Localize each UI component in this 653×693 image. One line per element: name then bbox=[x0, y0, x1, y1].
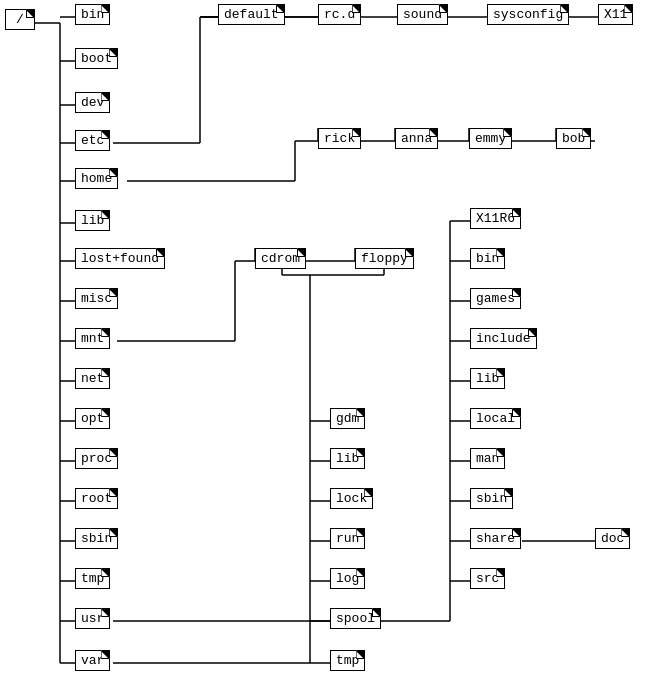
etc-label: etc bbox=[75, 130, 110, 151]
dev-label: dev bbox=[75, 92, 110, 113]
gdm-node[interactable]: gdm bbox=[330, 408, 365, 429]
emmy-node[interactable]: emmy bbox=[469, 128, 512, 149]
share-label: share bbox=[470, 528, 521, 549]
tree-container: / bin boot dev etc home lib lost+found m… bbox=[0, 0, 653, 693]
usr-lib-label: lib bbox=[470, 368, 505, 389]
usr-label: usr bbox=[75, 608, 110, 629]
lib-node[interactable]: lib bbox=[75, 210, 110, 231]
doc-node[interactable]: doc bbox=[595, 528, 630, 549]
sysconfig-node[interactable]: sysconfig bbox=[487, 4, 569, 25]
emmy-label: emmy bbox=[469, 128, 512, 149]
games-node[interactable]: games bbox=[470, 288, 521, 309]
man-node[interactable]: man bbox=[470, 448, 505, 469]
home-node[interactable]: home bbox=[75, 168, 118, 189]
games-label: games bbox=[470, 288, 521, 309]
default-node[interactable]: default bbox=[218, 4, 285, 25]
lost-found-label: lost+found bbox=[75, 248, 165, 269]
opt-label: opt bbox=[75, 408, 110, 429]
var-tmp-label: tmp bbox=[330, 650, 365, 671]
root-dir-node[interactable]: root bbox=[75, 488, 118, 509]
bin-top-label: bin bbox=[75, 4, 110, 25]
log-node[interactable]: log bbox=[330, 568, 365, 589]
anna-label: anna bbox=[395, 128, 438, 149]
spool-label: spool bbox=[330, 608, 381, 629]
floppy-node[interactable]: floppy bbox=[355, 248, 414, 269]
var-lib-label: lib bbox=[330, 448, 365, 469]
include-label: include bbox=[470, 328, 537, 349]
root-label: / bbox=[5, 9, 35, 30]
sbin-top-label: sbin bbox=[75, 528, 118, 549]
proc-node[interactable]: proc bbox=[75, 448, 118, 469]
proc-label: proc bbox=[75, 448, 118, 469]
var-label: var bbox=[75, 650, 110, 671]
bob-node[interactable]: bob bbox=[556, 128, 591, 149]
x11r6-node[interactable]: X11R6 bbox=[470, 208, 521, 229]
usr-bin-node[interactable]: bin bbox=[470, 248, 505, 269]
sbin-top-node[interactable]: sbin bbox=[75, 528, 118, 549]
boot-node[interactable]: boot bbox=[75, 48, 118, 69]
bin-top-node[interactable]: bin bbox=[75, 4, 110, 25]
root-node[interactable]: / bbox=[5, 9, 35, 30]
sound-label: sound bbox=[397, 4, 448, 25]
src-node[interactable]: src bbox=[470, 568, 505, 589]
lock-label: lock bbox=[330, 488, 373, 509]
mnt-label: mnt bbox=[75, 328, 110, 349]
rcd-node[interactable]: rc.d bbox=[318, 4, 361, 25]
misc-node[interactable]: misc bbox=[75, 288, 118, 309]
sound-node[interactable]: sound bbox=[397, 4, 448, 25]
dev-node[interactable]: dev bbox=[75, 92, 110, 113]
root-dir-label: root bbox=[75, 488, 118, 509]
x11-label: X11 bbox=[598, 4, 633, 25]
etc-node[interactable]: etc bbox=[75, 130, 110, 151]
x11-node[interactable]: X11 bbox=[598, 4, 633, 25]
share-node[interactable]: share bbox=[470, 528, 521, 549]
local-label: local bbox=[470, 408, 521, 429]
misc-label: misc bbox=[75, 288, 118, 309]
doc-label: doc bbox=[595, 528, 630, 549]
man-label: man bbox=[470, 448, 505, 469]
local-node[interactable]: local bbox=[470, 408, 521, 429]
net-node[interactable]: net bbox=[75, 368, 110, 389]
opt-node[interactable]: opt bbox=[75, 408, 110, 429]
usr-bin-label: bin bbox=[470, 248, 505, 269]
usr-lib-node[interactable]: lib bbox=[470, 368, 505, 389]
run-node[interactable]: run bbox=[330, 528, 365, 549]
floppy-label: floppy bbox=[355, 248, 414, 269]
lock-node[interactable]: lock bbox=[330, 488, 373, 509]
src-label: src bbox=[470, 568, 505, 589]
run-label: run bbox=[330, 528, 365, 549]
home-label: home bbox=[75, 168, 118, 189]
cdrom-label: cdrom bbox=[255, 248, 306, 269]
lib-label: lib bbox=[75, 210, 110, 231]
var-lib-node[interactable]: lib bbox=[330, 448, 365, 469]
mnt-node[interactable]: mnt bbox=[75, 328, 110, 349]
gdm-label: gdm bbox=[330, 408, 365, 429]
include-node[interactable]: include bbox=[470, 328, 537, 349]
usr-node[interactable]: usr bbox=[75, 608, 110, 629]
net-label: net bbox=[75, 368, 110, 389]
rick-node[interactable]: rick bbox=[318, 128, 361, 149]
lost-found-node[interactable]: lost+found bbox=[75, 248, 165, 269]
rick-label: rick bbox=[318, 128, 361, 149]
var-node[interactable]: var bbox=[75, 650, 110, 671]
usr-sbin-label: sbin bbox=[470, 488, 513, 509]
sysconfig-label: sysconfig bbox=[487, 4, 569, 25]
rcd-label: rc.d bbox=[318, 4, 361, 25]
usr-sbin-node[interactable]: sbin bbox=[470, 488, 513, 509]
cdrom-node[interactable]: cdrom bbox=[255, 248, 306, 269]
tmp-top-node[interactable]: tmp bbox=[75, 568, 110, 589]
anna-node[interactable]: anna bbox=[395, 128, 438, 149]
spool-node[interactable]: spool bbox=[330, 608, 381, 629]
tmp-top-label: tmp bbox=[75, 568, 110, 589]
boot-label: boot bbox=[75, 48, 118, 69]
default-label: default bbox=[218, 4, 285, 25]
var-tmp-node[interactable]: tmp bbox=[330, 650, 365, 671]
bob-label: bob bbox=[556, 128, 591, 149]
x11r6-label: X11R6 bbox=[470, 208, 521, 229]
log-label: log bbox=[330, 568, 365, 589]
